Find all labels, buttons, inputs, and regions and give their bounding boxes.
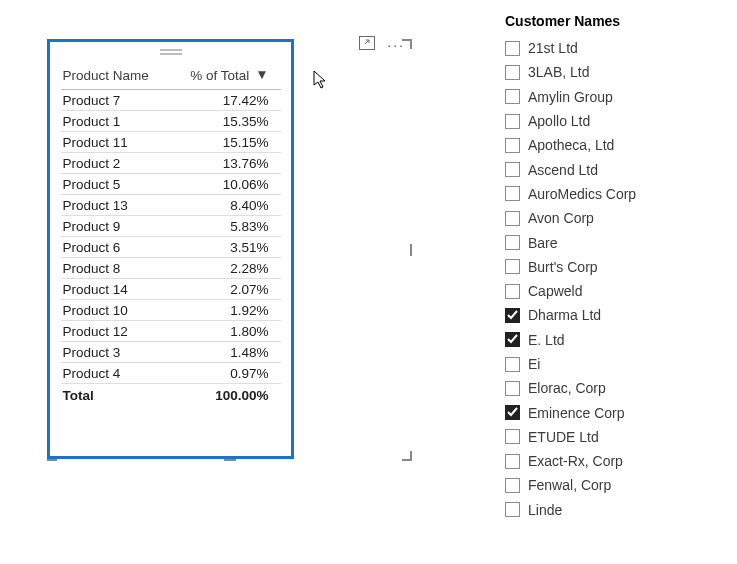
table-row[interactable]: Product 40.97% bbox=[61, 363, 281, 384]
cell-pct: 13.76% bbox=[169, 153, 280, 174]
visual-header: ··· bbox=[359, 36, 405, 53]
checkbox[interactable] bbox=[505, 138, 520, 153]
cell-product: Product 14 bbox=[61, 279, 170, 300]
slicer-option[interactable]: Ei bbox=[505, 352, 710, 376]
checkbox[interactable] bbox=[505, 162, 520, 177]
slicer-option[interactable]: Dharma Ltd bbox=[505, 303, 710, 327]
table-row[interactable]: Product 717.42% bbox=[61, 90, 281, 111]
cell-product: Product 1 bbox=[61, 111, 170, 132]
slicer-option-label: Linde bbox=[528, 502, 562, 518]
cell-product: Product 7 bbox=[61, 90, 170, 111]
checkbox[interactable] bbox=[505, 381, 520, 396]
drag-handle[interactable] bbox=[50, 42, 291, 62]
svg-rect-0 bbox=[360, 37, 375, 50]
table-row[interactable]: Product 138.40% bbox=[61, 195, 281, 216]
checkbox[interactable] bbox=[505, 454, 520, 469]
checkbox[interactable] bbox=[505, 357, 520, 372]
cell-product: Product 5 bbox=[61, 174, 170, 195]
cell-pct: 2.07% bbox=[169, 279, 280, 300]
slicer-option-label: Capweld bbox=[528, 283, 582, 299]
table-visual-container[interactable]: ··· Product Name % of Total ▼ Product 71… bbox=[48, 40, 411, 460]
table-row[interactable]: Product 63.51% bbox=[61, 237, 281, 258]
table-row[interactable]: Product 1115.15% bbox=[61, 132, 281, 153]
slicer-option[interactable]: Burt's Corp bbox=[505, 255, 710, 279]
resize-handle-r[interactable] bbox=[410, 244, 412, 256]
slicer-option[interactable]: AuroMedics Corp bbox=[505, 182, 710, 206]
total-label: Total bbox=[61, 384, 170, 408]
cell-product: Product 2 bbox=[61, 153, 170, 174]
cell-product: Product 10 bbox=[61, 300, 170, 321]
checkbox[interactable] bbox=[505, 235, 520, 250]
slicer-option[interactable]: ETUDE Ltd bbox=[505, 425, 710, 449]
slicer-option-label: Exact-Rx, Corp bbox=[528, 453, 623, 469]
table-row[interactable]: Product 115.35% bbox=[61, 111, 281, 132]
cell-pct: 1.48% bbox=[169, 342, 280, 363]
total-value: 100.00% bbox=[169, 384, 280, 408]
checkbox[interactable] bbox=[505, 89, 520, 104]
table-row[interactable]: Product 82.28% bbox=[61, 258, 281, 279]
table-row[interactable]: Product 510.06% bbox=[61, 174, 281, 195]
cell-pct: 15.15% bbox=[169, 132, 280, 153]
customer-slicer[interactable]: Customer Names 21st Ltd3LAB, LtdAmylin G… bbox=[505, 13, 710, 522]
table-row[interactable]: Product 142.07% bbox=[61, 279, 281, 300]
slicer-option[interactable]: Ascend Ltd bbox=[505, 157, 710, 181]
more-options-icon[interactable]: ··· bbox=[387, 37, 405, 53]
slicer-option-label: Burt's Corp bbox=[528, 259, 598, 275]
slicer-option[interactable]: Apotheca, Ltd bbox=[505, 133, 710, 157]
checkbox[interactable] bbox=[505, 429, 520, 444]
slicer-option[interactable]: Linde bbox=[505, 498, 710, 522]
table-row[interactable]: Product 213.76% bbox=[61, 153, 281, 174]
cell-product: Product 6 bbox=[61, 237, 170, 258]
focus-mode-icon[interactable] bbox=[359, 36, 375, 53]
slicer-option-label: Avon Corp bbox=[528, 210, 594, 226]
checkbox[interactable] bbox=[505, 478, 520, 493]
column-header-product[interactable]: Product Name bbox=[61, 62, 170, 90]
slicer-option[interactable]: Capweld bbox=[505, 279, 710, 303]
slicer-option-label: Bare bbox=[528, 235, 558, 251]
checkbox-checked[interactable] bbox=[505, 405, 520, 420]
cell-pct: 5.83% bbox=[169, 216, 280, 237]
table-visual[interactable]: Product Name % of Total ▼ Product 717.42… bbox=[47, 39, 294, 459]
slicer-option[interactable]: 3LAB, Ltd bbox=[505, 60, 710, 84]
cell-pct: 15.35% bbox=[169, 111, 280, 132]
slicer-option[interactable]: Avon Corp bbox=[505, 206, 710, 230]
cell-pct: 1.80% bbox=[169, 321, 280, 342]
slicer-option[interactable]: Amylin Group bbox=[505, 85, 710, 109]
slicer-option[interactable]: Elorac, Corp bbox=[505, 376, 710, 400]
slicer-option-label: Elorac, Corp bbox=[528, 380, 606, 396]
cell-product: Product 11 bbox=[61, 132, 170, 153]
checkbox[interactable] bbox=[505, 41, 520, 56]
slicer-option[interactable]: Apollo Ltd bbox=[505, 109, 710, 133]
slicer-option-label: Eminence Corp bbox=[528, 405, 625, 421]
checkbox[interactable] bbox=[505, 114, 520, 129]
column-header-pct[interactable]: % of Total ▼ bbox=[169, 62, 280, 90]
slicer-option[interactable]: 21st Ltd bbox=[505, 36, 710, 60]
table-row[interactable]: Product 101.92% bbox=[61, 300, 281, 321]
resize-handle-b[interactable] bbox=[224, 459, 236, 461]
cell-product: Product 13 bbox=[61, 195, 170, 216]
column-header-pct-label: % of Total bbox=[190, 68, 249, 83]
table-row[interactable]: Product 31.48% bbox=[61, 342, 281, 363]
cell-pct: 10.06% bbox=[169, 174, 280, 195]
checkbox[interactable] bbox=[505, 259, 520, 274]
checkbox[interactable] bbox=[505, 211, 520, 226]
slicer-option[interactable]: Exact-Rx, Corp bbox=[505, 449, 710, 473]
slicer-option[interactable]: Fenwal, Corp bbox=[505, 473, 710, 497]
checkbox-checked[interactable] bbox=[505, 308, 520, 323]
checkbox[interactable] bbox=[505, 284, 520, 299]
checkbox[interactable] bbox=[505, 502, 520, 517]
cell-product: Product 4 bbox=[61, 363, 170, 384]
checkbox[interactable] bbox=[505, 186, 520, 201]
cell-pct: 0.97% bbox=[169, 363, 280, 384]
sort-desc-icon: ▼ bbox=[255, 67, 268, 82]
table-row[interactable]: Product 95.83% bbox=[61, 216, 281, 237]
checkbox[interactable] bbox=[505, 65, 520, 80]
slicer-option-label: Dharma Ltd bbox=[528, 307, 601, 323]
table-row[interactable]: Product 121.80% bbox=[61, 321, 281, 342]
checkbox-checked[interactable] bbox=[505, 332, 520, 347]
resize-handle-br[interactable] bbox=[402, 451, 412, 461]
slicer-option[interactable]: E. Ltd bbox=[505, 328, 710, 352]
slicer-option[interactable]: Eminence Corp bbox=[505, 400, 710, 424]
slicer-option-label: 3LAB, Ltd bbox=[528, 64, 590, 80]
slicer-option[interactable]: Bare bbox=[505, 230, 710, 254]
